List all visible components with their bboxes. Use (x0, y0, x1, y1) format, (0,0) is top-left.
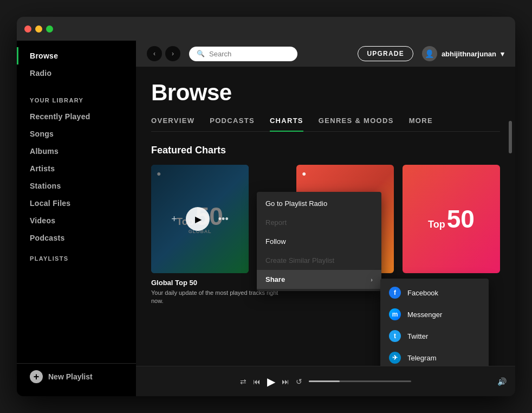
share-submenu: f Facebook m Messenger t Twitter (380, 279, 489, 366)
top-bar-right: UPGRADE 👤 abhijithnarjunan ▾ (358, 46, 504, 61)
search-icon: 🔍 (197, 50, 205, 57)
playback-right: 🔊 (420, 377, 507, 386)
playlists-label: PLAYLISTS (17, 247, 136, 266)
scroll-indicator (509, 121, 512, 153)
sidebar-spacer (17, 266, 136, 363)
card-hover-controls: + ••• (151, 165, 249, 273)
avatar: 👤 (422, 46, 437, 61)
new-playlist-button[interactable]: + New Playlist (17, 363, 136, 390)
chart-card-global-top-50[interactable]: ● Top 50 GLOBAL + •• (151, 165, 249, 273)
chart-top-label-3: Top (428, 219, 445, 230)
playback-center: ⇄ ⏮ ▶ ⏭ ↺ (240, 375, 411, 388)
more-button[interactable]: ••• (218, 214, 229, 225)
sidebar-item-stations[interactable]: Stations (17, 177, 136, 195)
play-pause-icon[interactable]: ▶ (267, 375, 275, 388)
scroll-area[interactable]: Browse OVERVIEW PODCASTS CHARTS GENRES &… (136, 67, 515, 366)
messenger-icon: m (389, 308, 401, 320)
next-icon[interactable]: ⏭ (282, 377, 289, 386)
your-library-label: YOUR LIBRARY (17, 88, 136, 108)
upgrade-button[interactable]: UPGRADE (358, 46, 413, 61)
chevron-down-icon: ▾ (501, 50, 504, 58)
facebook-icon: f (389, 287, 401, 299)
sidebar-item-radio[interactable]: Radio (17, 64, 136, 82)
tab-genres[interactable]: GENRES & MOODS (319, 117, 394, 131)
tab-podcasts[interactable]: PODCASTS (210, 117, 255, 131)
fullscreen-button[interactable] (46, 25, 53, 33)
tabs: OVERVIEW PODCASTS CHARTS GENRES & MOODS … (151, 117, 500, 132)
sidebar-item-browse[interactable]: Browse (17, 47, 136, 64)
chevron-right-icon: › (371, 276, 373, 283)
search-bar[interactable]: 🔍 (189, 47, 297, 61)
charts-row: ● Top 50 GLOBAL + •• (151, 165, 500, 306)
progress-bar[interactable] (309, 380, 411, 382)
sidebar-item-songs[interactable]: Songs (17, 125, 136, 143)
plus-icon: + (30, 370, 43, 383)
sidebar-nav: Browse Radio (17, 47, 136, 88)
context-menu-item-report: Report (257, 213, 381, 232)
chart-card-3[interactable]: Top 50 (403, 165, 500, 273)
previous-icon[interactable]: ⏮ (253, 377, 261, 386)
content-area: ‹ › 🔍 UPGRADE 👤 abhijithnarjunan ▾ (136, 41, 515, 396)
tab-overview[interactable]: OVERVIEW (151, 117, 194, 131)
share-item-facebook[interactable]: f Facebook (380, 282, 489, 304)
share-item-twitter[interactable]: t Twitter (380, 325, 489, 347)
add-button[interactable]: + (171, 214, 177, 225)
context-menu: Go to Playlist Radio Report Follow Creat… (257, 192, 381, 291)
sidebar-item-podcasts[interactable]: Podcasts (17, 229, 136, 247)
playback-bar: ⇄ ⏮ ▶ ⏭ ↺ 🔊 (136, 366, 515, 396)
repeat-icon[interactable]: ↺ (296, 377, 302, 386)
search-input[interactable] (209, 50, 285, 58)
featured-charts-title: Featured Charts (151, 145, 500, 156)
share-item-messenger[interactable]: m Messenger (380, 304, 489, 325)
main-container: Browse Radio YOUR LIBRARY Recently Playe… (17, 41, 515, 396)
context-menu-item-share[interactable]: Share › (257, 270, 381, 289)
tab-more[interactable]: MORE (409, 117, 433, 131)
play-button[interactable] (186, 207, 210, 231)
sidebar: Browse Radio YOUR LIBRARY Recently Playe… (17, 41, 136, 396)
volume-icon[interactable]: 🔊 (497, 377, 507, 386)
nav-arrows: ‹ › (147, 46, 180, 61)
shuffle-icon[interactable]: ⇄ (240, 377, 246, 386)
context-menu-item-create-similar: Create Similar Playlist (257, 251, 381, 270)
share-item-telegram[interactable]: ✈ Telegram (380, 347, 489, 366)
progress-fill (309, 380, 340, 382)
sidebar-item-artists[interactable]: Artists (17, 160, 136, 177)
title-bar (17, 17, 515, 41)
minimize-button[interactable] (35, 25, 42, 33)
chart-desc-1: Your daily update of the most played tra… (151, 289, 288, 306)
context-menu-item-go-to-radio[interactable]: Go to Playlist Radio (257, 194, 381, 213)
app-window: Browse Radio YOUR LIBRARY Recently Playe… (17, 17, 515, 396)
top-bar: ‹ › 🔍 UPGRADE 👤 abhijithnarjunan ▾ (136, 41, 515, 67)
chart-number-3: 50 (447, 206, 475, 231)
forward-button[interactable]: › (165, 46, 180, 61)
close-button[interactable] (24, 25, 31, 33)
username: abhijithnarjunan (442, 50, 496, 58)
chart-number-row-3: Top 50 (428, 206, 475, 231)
traffic-lights (24, 25, 53, 33)
sidebar-item-videos[interactable]: Videos (17, 212, 136, 229)
sidebar-item-recently-played[interactable]: Recently Played (17, 108, 136, 125)
page-title: Browse (151, 80, 500, 106)
user-area[interactable]: 👤 abhijithnarjunan ▾ (422, 46, 504, 61)
tab-charts[interactable]: CHARTS (270, 117, 303, 131)
library-items: Recently Played Songs Albums Artists Sta… (17, 108, 136, 247)
context-menu-item-follow[interactable]: Follow (257, 232, 381, 251)
chart-overlay-3: Top 50 (403, 165, 500, 273)
sidebar-item-local-files[interactable]: Local Files (17, 195, 136, 212)
back-button[interactable]: ‹ (147, 46, 162, 61)
twitter-icon: t (389, 330, 401, 342)
telegram-icon: ✈ (389, 352, 401, 364)
sidebar-item-albums[interactable]: Albums (17, 143, 136, 160)
